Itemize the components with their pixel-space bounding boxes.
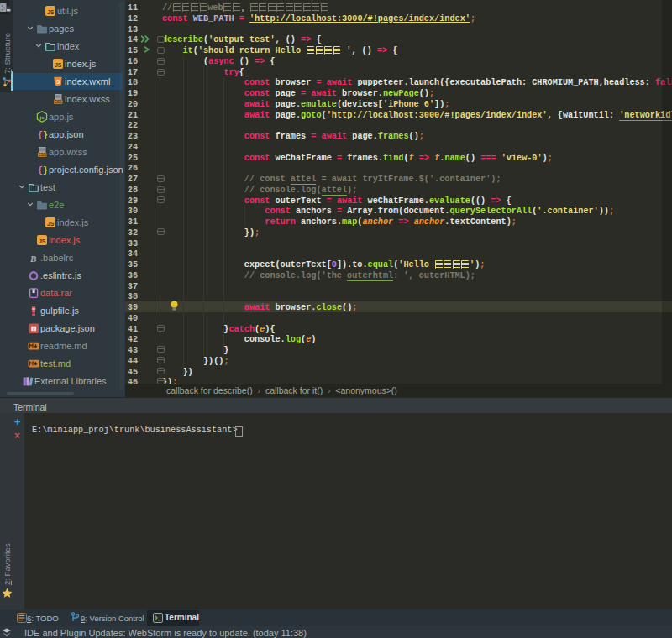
svg-text:CSS: CSS [55, 99, 62, 103]
svg-text:JS: JS [47, 9, 55, 15]
svg-text:}: } [43, 166, 48, 175]
svg-text:js: js [39, 114, 45, 119]
svg-text:JS: JS [55, 62, 62, 68]
svg-text:CSS: CSS [39, 152, 46, 156]
svg-text:}: } [43, 131, 48, 140]
svg-text:JS: JS [39, 238, 46, 244]
svg-text:5: 5 [56, 78, 60, 86]
svg-text:JS: JS [47, 221, 55, 227]
svg-text:B: B [29, 253, 36, 263]
